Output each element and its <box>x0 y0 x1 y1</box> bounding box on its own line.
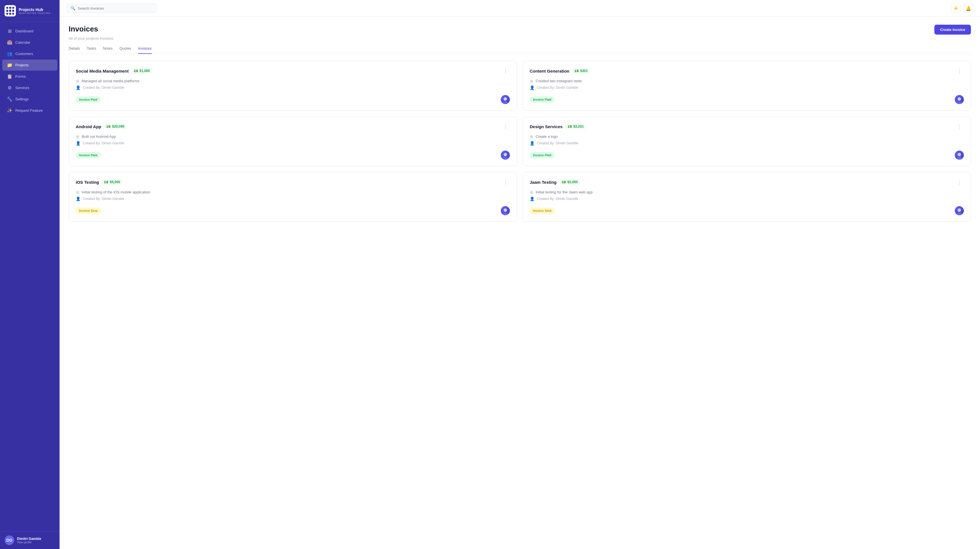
creator-text: Created By: Dimitri Gamble <box>83 86 124 90</box>
creator-text: Created By: Dimitri Gamble <box>537 141 578 145</box>
status-badge: Invoice Sent <box>530 208 555 214</box>
money-icon: 💵 <box>134 69 138 73</box>
invoice-description: ▣ Create a logo <box>530 134 964 138</box>
invoice-card: Jaam Testing 💵 $2,000 ⋮ ▣ Initial testin… <box>523 172 971 222</box>
document-icon: ▣ <box>76 78 80 83</box>
sidebar-label-dashboard: Dashboard <box>15 29 33 33</box>
invoice-amount: 💵 $5,000 <box>102 179 123 185</box>
sidebar-label-forms: Forms <box>15 74 26 78</box>
invoice-card: Content Generation 💵 $301 ⋮ ▣ Created tw… <box>523 61 971 111</box>
tab-quotes[interactable]: Quotes <box>119 46 131 54</box>
search-input[interactable] <box>78 6 153 11</box>
notification-button[interactable]: 🔔 <box>964 3 973 13</box>
person-icon: 👤 <box>76 85 81 90</box>
invoice-amount: 💵 $1,000 <box>132 68 152 74</box>
invoice-title: Android App <box>76 124 101 129</box>
topbar-actions: ⚡ 🔔 <box>951 3 973 13</box>
status-badge: Invoice Paid <box>530 152 555 158</box>
sidebar-label-customers: Customers <box>15 52 33 56</box>
sidebar: Projects Hub WORK BETTER TOGETHER ⊞ Dash… <box>0 0 60 549</box>
amount-value: $301 <box>580 69 588 73</box>
invoice-amount: 💵 $20,090 <box>104 124 126 129</box>
search-icon: 🔍 <box>71 6 75 11</box>
create-invoice-button[interactable]: Create Invoice <box>934 25 971 35</box>
more-options-button[interactable]: ⋮ <box>955 178 964 186</box>
person-icon: 👤 <box>530 197 535 201</box>
more-options-button[interactable]: ⋮ <box>955 67 964 75</box>
invoice-title: iOS Testing <box>76 180 99 185</box>
invoice-amount: 💵 $2,000 <box>560 179 580 185</box>
avatar <box>955 151 964 160</box>
invoice-creator: 👤 Created By: Dimitri Gamble <box>530 197 964 201</box>
description-text: Create a logo <box>536 134 558 138</box>
content-area: Invoices Create Invoice All of your proj… <box>60 17 980 549</box>
avatar <box>501 151 510 160</box>
more-options-button[interactable]: ⋮ <box>501 123 510 130</box>
more-options-button[interactable]: ⋮ <box>501 67 510 75</box>
amount-value: $20,090 <box>112 124 124 129</box>
sidebar-item-projects[interactable]: 📁 Projects <box>2 60 57 71</box>
money-icon: 💵 <box>107 124 111 129</box>
tab-notes[interactable]: Notes <box>103 46 113 54</box>
nav-menu: ⊞ Dashboard 📅 Calendar 👥 Customers 📁 Pro… <box>0 22 60 531</box>
invoice-card: iOS Testing 💵 $5,000 ⋮ ▣ Initial testing… <box>68 172 517 222</box>
invoice-description: ▣ Built out Android App <box>76 134 510 138</box>
card-footer: Invoice Paid <box>76 95 510 104</box>
sidebar-item-request-feature[interactable]: ✨ Request Feature <box>2 105 57 116</box>
card-header: Design Services 💵 $3,201 ⋮ <box>530 123 964 130</box>
sidebar-item-services[interactable]: ⚙ Services <box>2 82 57 93</box>
card-footer: Invoice Paid <box>76 151 510 160</box>
sidebar-item-settings[interactable]: 🔧 Settings <box>2 94 57 105</box>
dashboard-icon: ⊞ <box>7 29 13 34</box>
sidebar-label-settings: Settings <box>15 97 29 101</box>
sidebar-item-forms[interactable]: 📋 Forms <box>2 71 57 82</box>
amount-value: $1,000 <box>140 69 150 73</box>
invoice-title: Content Generation <box>530 68 570 73</box>
sidebar-item-customers[interactable]: 👥 Customers <box>2 48 57 59</box>
sidebar-item-dashboard[interactable]: ⊞ Dashboard <box>2 25 57 37</box>
invoice-amount: 💵 $3,201 <box>565 124 586 129</box>
avatar: DG <box>5 535 14 545</box>
more-options-button[interactable]: ⋮ <box>955 123 964 130</box>
invoice-creator: 👤 Created By: Dimitri Gamble <box>76 197 510 201</box>
view-profile-link[interactable]: View profile <box>17 541 41 544</box>
tab-tasks[interactable]: Tasks <box>87 46 96 54</box>
logo-icon <box>5 5 16 16</box>
avatar <box>955 206 964 215</box>
logo-area: Projects Hub WORK BETTER TOGETHER <box>0 0 60 22</box>
document-icon: ▣ <box>530 190 533 194</box>
invoice-creator: 👤 Created By: Dimitri Gamble <box>76 141 510 145</box>
app-tagline: WORK BETTER TOGETHER <box>19 12 51 14</box>
customers-icon: 👥 <box>7 51 13 56</box>
invoice-creator: 👤 Created By: Dimitri Gamble <box>76 85 510 90</box>
creator-text: Created By: Dimitri Gamble <box>537 86 578 90</box>
description-text: Managed all social media platforms <box>82 79 140 83</box>
creator-text: Created By: Dimitri Gamble <box>83 197 124 201</box>
lightning-button[interactable]: ⚡ <box>951 3 961 13</box>
person-icon: 👤 <box>530 85 535 90</box>
invoice-card: Social Media Management 💵 $1,000 ⋮ ▣ Man… <box>68 61 517 111</box>
page-subtitle: All of your projects invoices <box>68 36 971 41</box>
card-header: Jaam Testing 💵 $2,000 ⋮ <box>530 178 964 186</box>
sidebar-item-calendar[interactable]: 📅 Calendar <box>2 37 57 48</box>
description-text: Created two instagram reels <box>536 79 582 83</box>
money-icon: 💵 <box>574 69 579 73</box>
description-text: Initial testing of the iOS mobile applic… <box>82 190 150 194</box>
status-badge: Invoice Paid <box>76 96 101 103</box>
user-profile-area[interactable]: DG Dimitri Gamble View profile <box>0 531 60 549</box>
invoice-creator: 👤 Created By: Dimitri Gamble <box>530 85 964 90</box>
tab-details[interactable]: Details <box>68 46 80 54</box>
money-icon: 💵 <box>562 180 566 184</box>
person-icon: 👤 <box>76 197 81 201</box>
invoice-description: ▣ Initial testing of the iOS mobile appl… <box>76 190 510 194</box>
card-header: iOS Testing 💵 $5,000 ⋮ <box>76 178 510 186</box>
status-badge: Invoice Paid <box>530 96 555 103</box>
money-icon: 💵 <box>568 124 572 129</box>
avatar <box>955 95 964 104</box>
services-icon: ⚙ <box>7 85 13 91</box>
more-options-button[interactable]: ⋮ <box>501 178 510 186</box>
invoice-description: ▣ Created two instagram reels <box>530 78 964 83</box>
tab-invoices[interactable]: Invoices <box>138 46 152 54</box>
search-bar[interactable]: 🔍 <box>66 4 157 13</box>
app-name: Projects Hub <box>19 7 51 12</box>
